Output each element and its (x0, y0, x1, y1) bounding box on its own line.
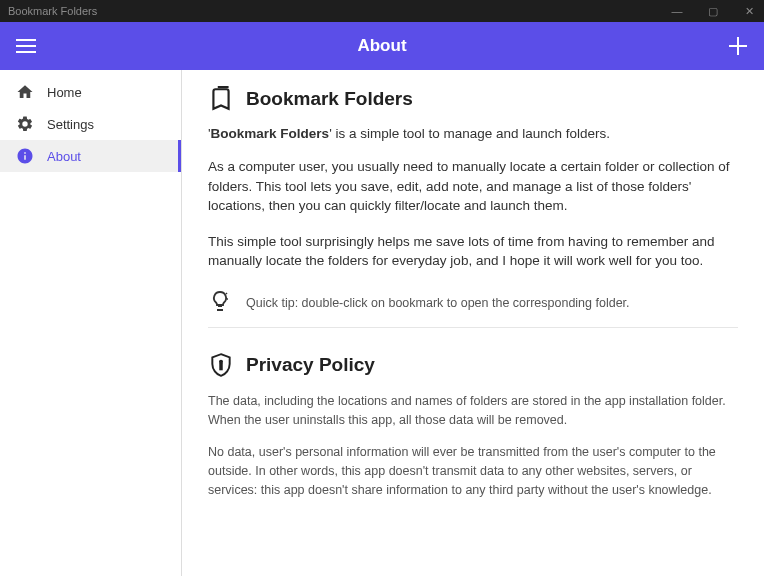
plus-icon (729, 37, 747, 55)
lightbulb-icon (208, 289, 232, 317)
section-header-privacy: Privacy Policy (208, 352, 738, 378)
gear-icon (16, 115, 34, 133)
minimize-button[interactable]: — (670, 5, 684, 18)
main-content: Bookmark Folders 'Bookmark Folders' is a… (182, 70, 764, 576)
close-button[interactable]: ✕ (742, 5, 756, 18)
hamburger-icon (16, 39, 36, 53)
shield-icon (208, 352, 234, 378)
window-title: Bookmark Folders (8, 5, 97, 17)
paragraph: This simple tool surprisingly helps me s… (208, 232, 738, 271)
section-title: Privacy Policy (246, 354, 375, 376)
svg-rect-2 (16, 51, 36, 53)
section-title: Bookmark Folders (246, 88, 413, 110)
svg-rect-4 (729, 45, 747, 47)
privacy-section: Privacy Policy The data, including the l… (208, 352, 738, 500)
add-button[interactable] (726, 37, 750, 55)
svg-rect-6 (220, 364, 222, 369)
menu-button[interactable] (14, 39, 38, 53)
app-bar: About (0, 22, 764, 70)
svg-rect-1 (16, 45, 36, 47)
window-titlebar: Bookmark Folders — ▢ ✕ (0, 0, 764, 22)
section-header-bookmark: Bookmark Folders (208, 86, 738, 112)
sidebar-item-label: Settings (47, 117, 94, 132)
sidebar-item-label: About (47, 149, 81, 164)
intro-text: 'Bookmark Folders' is a simple tool to m… (208, 126, 738, 141)
home-icon (16, 83, 34, 101)
info-icon (16, 147, 34, 165)
svg-rect-0 (16, 39, 36, 41)
maximize-button[interactable]: ▢ (706, 5, 720, 18)
paragraph: As a computer user, you usually need to … (208, 157, 738, 216)
divider (208, 327, 738, 328)
sidebar-item-settings[interactable]: Settings (0, 108, 181, 140)
page-title: About (38, 36, 726, 56)
paragraph: No data, user's personal information wil… (208, 443, 738, 499)
tip-row: Quick tip: double-click on bookmark to o… (208, 289, 738, 317)
sidebar-item-label: Home (47, 85, 82, 100)
content-area: Home Settings About Bookmark Folders (0, 70, 764, 576)
sidebar-item-home[interactable]: Home (0, 76, 181, 108)
sidebar-item-about[interactable]: About (0, 140, 181, 172)
bookmark-folder-icon (208, 86, 234, 112)
svg-point-5 (220, 360, 222, 362)
window-controls: — ▢ ✕ (670, 5, 756, 18)
sidebar: Home Settings About (0, 70, 182, 576)
paragraph: The data, including the locations and na… (208, 392, 738, 430)
tip-text: Quick tip: double-click on bookmark to o… (246, 296, 630, 310)
